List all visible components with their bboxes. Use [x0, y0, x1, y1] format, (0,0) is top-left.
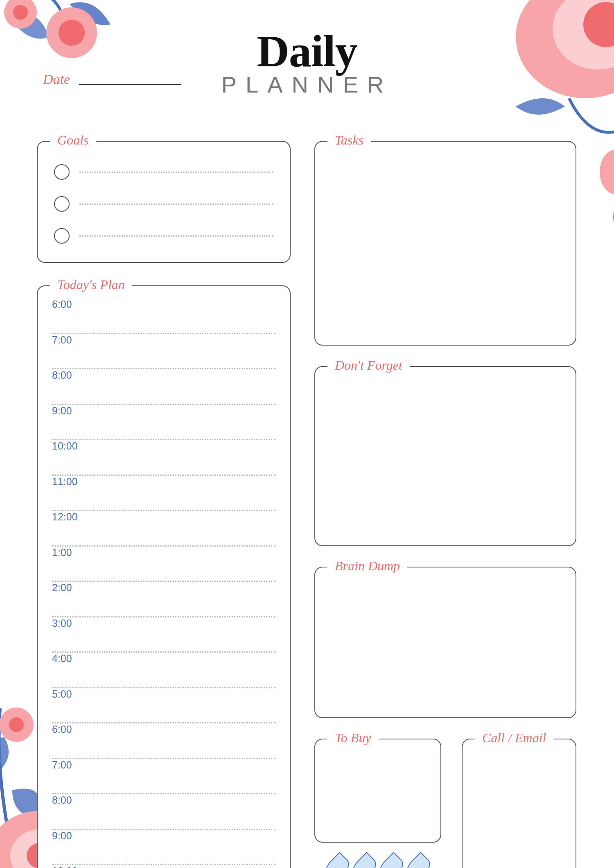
- todays-plan-legend: Today's Plan: [50, 277, 132, 292]
- plan-time-label: 8:00: [52, 794, 275, 815]
- plan-time-label: 7:00: [52, 334, 275, 355]
- plan-row[interactable]: 7:00: [52, 759, 275, 795]
- tasks-legend: Tasks: [327, 133, 371, 148]
- plan-line[interactable]: [52, 532, 275, 547]
- goal-row[interactable]: [54, 220, 273, 252]
- goals-box: Goals: [37, 141, 291, 263]
- goal-row[interactable]: [54, 156, 273, 188]
- to-buy-legend: To Buy: [327, 730, 379, 746]
- plan-row[interactable]: 10:00: [52, 440, 275, 476]
- plan-time-label: 5:00: [52, 688, 275, 709]
- plan-line[interactable]: [52, 426, 275, 441]
- goal-bullet-icon[interactable]: [54, 228, 70, 244]
- plan-time-label: 9:00: [52, 830, 275, 851]
- goal-bullet-icon[interactable]: [54, 196, 70, 212]
- plan-time-label: 4:00: [52, 653, 275, 674]
- plan-row[interactable]: 7:00: [52, 334, 275, 370]
- plan-time-label: 1:00: [52, 547, 275, 567]
- plan-line[interactable]: [52, 744, 275, 759]
- water-drop-icon[interactable]: [403, 852, 434, 868]
- call-email-box[interactable]: Call / Email: [462, 739, 576, 868]
- plan-row[interactable]: 9:00: [52, 405, 275, 441]
- dont-forget-box[interactable]: Don't Forget: [314, 366, 576, 546]
- plan-line[interactable]: [52, 603, 275, 617]
- plan-row[interactable]: 5:00: [52, 688, 275, 724]
- plan-time-label: 10:00: [52, 440, 275, 461]
- title-main: Daily: [37, 29, 577, 74]
- plan-line[interactable]: [52, 319, 275, 334]
- goal-line[interactable]: [79, 172, 273, 173]
- plan-time-label: 3:00: [52, 617, 275, 638]
- plan-row[interactable]: 11:00: [52, 476, 275, 511]
- plan-time-label: 10:00: [52, 865, 275, 868]
- plan-row[interactable]: 1:00: [52, 547, 275, 582]
- plan-line[interactable]: [52, 709, 275, 724]
- plan-row[interactable]: 2:00: [52, 582, 275, 617]
- plan-time-label: 7:00: [52, 759, 275, 780]
- plan-row[interactable]: 9:00: [52, 830, 275, 866]
- plan-time-label: 2:00: [52, 582, 275, 603]
- plan-time-label: 6:00: [52, 723, 275, 744]
- plan-time-label: 8:00: [52, 369, 275, 390]
- water-drop-icon[interactable]: [349, 852, 380, 868]
- dont-forget-legend: Don't Forget: [327, 358, 410, 373]
- brain-dump-legend: Brain Dump: [327, 558, 407, 574]
- plan-row[interactable]: 10:00: [52, 865, 275, 868]
- to-buy-box[interactable]: To Buy: [314, 739, 441, 843]
- call-email-legend: Call / Email: [475, 730, 553, 746]
- water-drop-icon[interactable]: [376, 852, 407, 868]
- plan-line[interactable]: [52, 497, 275, 511]
- goal-bullet-icon[interactable]: [54, 164, 70, 180]
- plan-row[interactable]: 6:00: [52, 723, 275, 759]
- todays-plan-box: Today's Plan 6:007:008:009:0010:0011:001…: [37, 285, 291, 868]
- plan-line[interactable]: [52, 638, 275, 653]
- plan-row[interactable]: 6:00: [52, 298, 275, 334]
- plan-time-label: 6:00: [52, 298, 275, 319]
- plan-line[interactable]: [52, 355, 275, 370]
- plan-line[interactable]: [52, 567, 275, 582]
- water-drop-icon[interactable]: [322, 852, 353, 868]
- goal-row[interactable]: [54, 188, 273, 220]
- plan-row[interactable]: 8:00: [52, 794, 275, 830]
- goal-line[interactable]: [79, 203, 273, 205]
- plan-time-label: 11:00: [52, 476, 275, 497]
- plan-line[interactable]: [52, 851, 275, 866]
- brain-dump-box[interactable]: Brain Dump: [314, 567, 576, 718]
- plan-row[interactable]: 4:00: [52, 653, 275, 688]
- plan-line[interactable]: [52, 390, 275, 405]
- plan-time-label: 12:00: [52, 511, 275, 532]
- tasks-box[interactable]: Tasks: [314, 141, 576, 346]
- goals-legend: Goals: [50, 133, 96, 148]
- goal-line[interactable]: [79, 235, 273, 237]
- plan-time-label: 9:00: [52, 405, 275, 426]
- plan-line[interactable]: [52, 815, 275, 830]
- plan-row[interactable]: 3:00: [52, 617, 275, 653]
- plan-line[interactable]: [52, 780, 275, 795]
- water-tracker: [321, 855, 435, 868]
- date-label: Date: [43, 72, 70, 87]
- plan-row[interactable]: 8:00: [52, 369, 275, 405]
- plan-line[interactable]: [52, 461, 275, 476]
- plan-line[interactable]: [52, 674, 275, 688]
- plan-row[interactable]: 12:00: [52, 511, 275, 547]
- date-input-line[interactable]: [79, 84, 181, 85]
